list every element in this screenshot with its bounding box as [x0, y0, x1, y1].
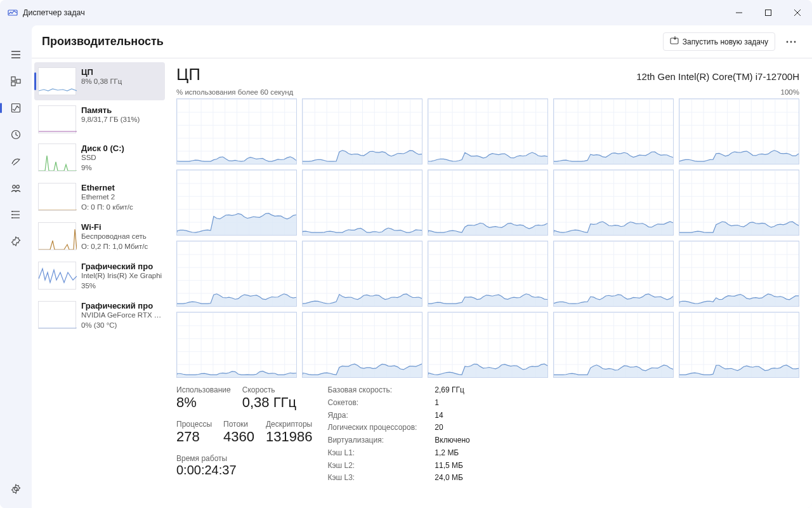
minimize-button[interactable]	[724, 0, 754, 25]
cpu-spec-table: Базовая скорость: 2,69 ГГцСокетов: 1Ядра…	[327, 385, 469, 484]
cpu-core-chart-13	[553, 241, 674, 307]
speed-value: 0,38 ГГц	[242, 394, 296, 411]
perf-item-line: Ethernet 2	[81, 192, 133, 203]
spec-key: Виртуализация:	[327, 436, 417, 446]
nav-services-icon[interactable]	[3, 229, 29, 254]
spec-key: Сокетов:	[327, 398, 417, 409]
nav-users-icon[interactable]	[3, 175, 29, 201]
svg-point-18	[11, 211, 13, 212]
spec-key: Базовая скорость:	[327, 385, 417, 396]
run-new-task-label: Запустить новую задачу	[683, 37, 768, 46]
perf-item-line: SSD	[81, 153, 124, 163]
usage-label: Использование	[176, 385, 231, 394]
cpu-core-chart-0	[176, 98, 297, 164]
spec-value: 2,69 ГГц	[435, 385, 469, 396]
run-new-task-button[interactable]: Запустить новую задачу	[663, 32, 775, 51]
perf-item-2[interactable]: Диск 0 (C:) SSD 9%	[34, 138, 165, 178]
close-button[interactable]	[783, 0, 812, 25]
cpu-core-chart-2	[428, 98, 548, 164]
cpu-core-chart-19	[679, 312, 799, 378]
app-icon	[8, 7, 18, 19]
svg-point-20	[11, 217, 13, 218]
utilization-label: % использования более 60 секунд	[176, 88, 293, 96]
cpu-model-name: 12th Gen Intel(R) Core(TM) i7-12700H	[636, 71, 799, 82]
perf-item-line: Беспроводная сеть	[81, 232, 148, 242]
maximize-button[interactable]	[754, 0, 783, 25]
spec-key: Кэш L3:	[327, 473, 417, 484]
perf-item-0[interactable]: ЦП 8% 0,38 ГГц	[34, 62, 165, 100]
perf-thumb	[38, 222, 76, 250]
page-title: Производительность	[42, 35, 164, 48]
spec-key: Логических процессоров:	[327, 423, 417, 434]
perf-thumb	[38, 183, 76, 211]
svg-point-25	[794, 41, 796, 43]
svg-rect-2	[766, 10, 771, 16]
settings-button[interactable]	[3, 476, 29, 502]
spec-value: 1	[435, 398, 469, 409]
cpu-core-chart-7	[428, 170, 548, 236]
svg-rect-10	[16, 79, 20, 83]
perf-item-name: Графический про	[81, 262, 162, 271]
cpu-core-chart-9	[679, 170, 799, 236]
perf-thumb	[38, 262, 76, 290]
hamburger-icon[interactable]	[3, 42, 29, 67]
perf-thumb	[38, 67, 76, 95]
nav-processes-icon[interactable]	[3, 69, 29, 94]
detail-title: ЦП	[176, 65, 200, 84]
cpu-core-chart-14	[679, 241, 799, 307]
threads-value: 4360	[223, 429, 254, 445]
cpu-core-chart-6	[302, 170, 422, 236]
cpu-core-chart-12	[428, 241, 548, 307]
perf-thumb	[38, 144, 76, 171]
spec-value: 24,0 МБ	[435, 473, 469, 484]
uptime-label: Время работы	[176, 454, 312, 463]
perf-thumb	[38, 301, 76, 329]
perf-item-5[interactable]: Графический про Intel(R) Iris(R) Xe Grap…	[34, 257, 165, 296]
perf-item-name: Диск 0 (C:)	[81, 144, 124, 153]
cpu-core-chart-5	[176, 170, 297, 236]
nav-startup-icon[interactable]	[3, 149, 29, 174]
perf-item-name: Графический про	[81, 301, 164, 311]
cpu-core-chart-11	[302, 241, 422, 307]
perf-item-name: Ethernet	[81, 183, 133, 192]
svg-point-23	[787, 41, 789, 43]
nav-app-history-icon[interactable]	[3, 122, 29, 147]
perf-item-name: ЦП	[81, 67, 122, 77]
perf-item-1[interactable]: Память 9,8/31,7 ГБ (31%)	[34, 100, 165, 138]
perf-item-6[interactable]: Графический про NVIDIA GeForce RTX 307 0…	[34, 296, 165, 335]
run-icon	[670, 36, 679, 47]
more-button[interactable]	[780, 32, 802, 51]
cpu-core-chart-18	[553, 312, 674, 378]
cpu-core-chart-3	[553, 98, 674, 164]
perf-item-3[interactable]: Ethernet Ethernet 2 О: 0 П: 0 кбит/с	[34, 178, 165, 217]
scale-label: 100%	[781, 88, 799, 96]
svg-point-14	[16, 185, 20, 189]
spec-value: 11,5 МБ	[435, 461, 469, 472]
usage-value: 8%	[176, 394, 231, 411]
spec-key: Ядра:	[327, 411, 417, 422]
svg-point-24	[790, 41, 792, 43]
svg-rect-9	[11, 82, 15, 86]
cpu-core-chart-8	[553, 170, 674, 236]
perf-item-4[interactable]: Wi-Fi Беспроводная сеть О: 0,2 П: 1,0 Мб…	[34, 217, 165, 257]
uptime-value: 0:00:24:37	[176, 463, 312, 478]
perf-item-line: Intel(R) Iris(R) Xe Graphi	[81, 271, 162, 281]
perf-item-name: Память	[81, 105, 140, 115]
cpu-core-chart-10	[176, 241, 297, 307]
perf-item-line: 9,8/31,7 ГБ (31%)	[81, 115, 140, 125]
spec-value: 20	[435, 423, 469, 434]
nav-details-icon[interactable]	[3, 202, 29, 227]
cpu-core-chart-16	[302, 312, 422, 378]
nav-performance-icon[interactable]	[3, 95, 29, 121]
app-title: Диспетчер задач	[23, 8, 85, 17]
svg-point-13	[13, 185, 16, 189]
processes-value: 278	[176, 429, 212, 445]
cpu-core-chart-17	[428, 312, 548, 378]
spec-key: Кэш L2:	[327, 461, 417, 472]
handles-label: Дескрипторы	[266, 420, 312, 429]
performance-list: ЦП 8% 0,38 ГГц Память 9,8/31,7 ГБ (31%) …	[32, 58, 167, 508]
speed-label: Скорость	[242, 385, 296, 394]
perf-item-line: NVIDIA GeForce RTX 307	[81, 311, 164, 321]
svg-point-19	[11, 214, 13, 215]
cpu-core-chart-1	[302, 98, 422, 164]
